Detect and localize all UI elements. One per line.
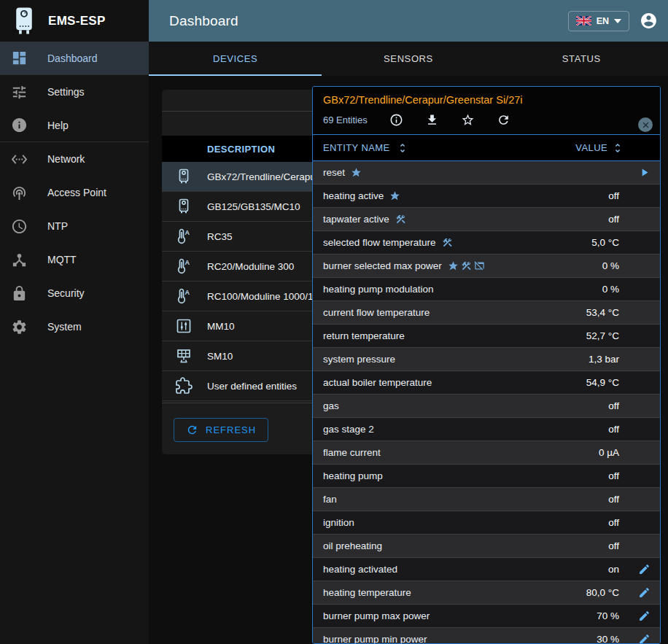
- edit-icon[interactable]: [638, 563, 650, 575]
- entity-row[interactable]: gas stage 2 off: [313, 418, 660, 441]
- thermostat-icon: [175, 257, 193, 275]
- info-icon[interactable]: [389, 113, 403, 127]
- star-outline-icon[interactable]: [461, 113, 475, 127]
- entity-row[interactable]: burner pump max power 70 %: [313, 605, 660, 628]
- entity-value: 1,3 bar: [589, 354, 628, 365]
- sidebar-item-help[interactable]: Help: [0, 109, 149, 142]
- entity-name: oil preheating: [323, 540, 382, 551]
- app-bar-actions: EN: [568, 0, 658, 42]
- download-icon[interactable]: [425, 113, 439, 127]
- sidebar-item-label: MQTT: [47, 254, 77, 265]
- entity-value: off: [608, 400, 628, 411]
- entity-name: return temperature: [323, 330, 405, 341]
- entity-name: current flow temperature: [323, 307, 430, 318]
- entity-row[interactable]: heating activated on: [313, 558, 660, 581]
- edit-icon[interactable]: [638, 633, 650, 644]
- solar-module-icon: [175, 347, 193, 365]
- info-icon: [11, 117, 28, 133]
- entity-row[interactable]: reset: [313, 161, 660, 185]
- entity-row[interactable]: heating active off: [313, 185, 660, 208]
- sidebar-item-settings[interactable]: Settings: [0, 75, 149, 109]
- sidebar-item-system[interactable]: System: [0, 310, 149, 344]
- description-column-header[interactable]: DESCRIPTION: [207, 144, 275, 155]
- refresh-button-label: REFRESH: [206, 424, 256, 435]
- entity-row[interactable]: fan off: [313, 488, 660, 511]
- device-name: RC20/Moduline 300: [207, 261, 294, 272]
- gear-icon: [11, 319, 28, 335]
- sidebar-item-dashboard[interactable]: Dashboard: [0, 42, 149, 75]
- sidebar-item-mqtt[interactable]: MQTT: [0, 243, 149, 276]
- entity-row[interactable]: tapwater active off: [313, 208, 660, 231]
- edit-icon[interactable]: [638, 610, 650, 622]
- sort-icon[interactable]: [612, 142, 624, 154]
- entity-name: heating pump modulation: [323, 284, 434, 295]
- boiler-logo-icon: [10, 7, 38, 36]
- construction-icon: [442, 237, 453, 248]
- entity-value: on: [608, 564, 628, 575]
- entity-name: system pressure: [323, 354, 395, 365]
- chevron-down-icon: [614, 19, 621, 23]
- sidebar-item-security[interactable]: Security: [0, 276, 149, 310]
- entity-row[interactable]: actual boiler temperature 54,9 °C: [313, 371, 660, 395]
- refresh-button[interactable]: REFRESH: [174, 418, 268, 442]
- sidebar-item-label: Network: [47, 153, 85, 165]
- entity-row[interactable]: heating temperature 80,0 °C: [313, 581, 660, 605]
- entity-row[interactable]: heating pump off: [313, 465, 660, 488]
- sidebar-item-label: Security: [47, 287, 85, 299]
- sort-icon[interactable]: [397, 142, 408, 154]
- language-selector[interactable]: EN: [568, 11, 629, 31]
- tab-devices[interactable]: DEVICES: [149, 42, 322, 76]
- entity-name: heating temperature: [323, 587, 411, 598]
- entity-row[interactable]: current flow temperature 53,4 °C: [313, 301, 660, 325]
- refresh-icon[interactable]: [497, 113, 510, 127]
- uk-flag-icon: [576, 16, 591, 26]
- entity-row[interactable]: ignition off: [313, 511, 660, 535]
- edit-icon[interactable]: [638, 586, 650, 599]
- entity-name: fan: [323, 494, 337, 505]
- sidebar-item-network[interactable]: Network: [0, 142, 149, 176]
- favorite-star-icon: [351, 167, 362, 178]
- account-icon[interactable]: [640, 12, 658, 30]
- entity-row[interactable]: oil preheating off: [313, 535, 660, 558]
- tune-icon: [11, 84, 28, 101]
- entity-name: flame current: [323, 447, 381, 458]
- entity-row[interactable]: flame current 0 µA: [313, 441, 660, 465]
- tab-sensors[interactable]: SENSORS: [322, 42, 494, 76]
- entity-value: 53,4 °C: [586, 307, 628, 318]
- play-icon[interactable]: [638, 166, 650, 179]
- wifi-tethering-icon: [11, 185, 28, 201]
- entity-value: 30 %: [597, 634, 628, 644]
- entity-value: 0 %: [602, 284, 628, 295]
- entity-name: heating active: [323, 190, 384, 201]
- value-column-header[interactable]: VALUE: [575, 142, 607, 153]
- sidebar-item-ntp[interactable]: NTP: [0, 209, 149, 243]
- entity-row[interactable]: system pressure 1,3 bar: [313, 348, 660, 371]
- ethernet-icon: [11, 151, 28, 168]
- entity-row[interactable]: burner selected max power 0 %: [313, 255, 660, 278]
- entity-row[interactable]: heating pump modulation 0 %: [313, 278, 660, 301]
- entity-value: 80,0 °C: [586, 587, 628, 598]
- entity-name: heating activated: [323, 564, 397, 575]
- sidebar-item-label: NTP: [47, 220, 68, 232]
- entity-value: off: [608, 190, 628, 201]
- entity-value: off: [608, 494, 628, 505]
- tab-status[interactable]: STATUS: [495, 42, 668, 76]
- entity-name-column-header[interactable]: ENTITY NAME: [323, 142, 390, 153]
- device-hub-icon: [11, 252, 28, 268]
- entity-row[interactable]: gas off: [313, 395, 660, 418]
- sidebar-item-access-point[interactable]: Access Point: [0, 176, 149, 209]
- page-title: Dashboard: [169, 13, 238, 29]
- entity-value: 70 %: [597, 610, 628, 621]
- entity-value: 0 µA: [599, 447, 628, 458]
- entity-row[interactable]: return temperature 52,7 °C: [313, 325, 660, 348]
- entity-name: gas: [323, 400, 339, 411]
- entity-row[interactable]: burner pump min power 30 %: [313, 628, 660, 644]
- device-name: SM10: [207, 351, 233, 362]
- device-name: RC100/Moduline 1000/1010: [207, 291, 330, 302]
- device-name: MM10: [207, 321, 235, 332]
- brand-header: EMS-ESP: [0, 0, 149, 42]
- entity-row[interactable]: selected flow temperature 5,0 °C: [313, 231, 660, 255]
- construction-icon: [461, 260, 472, 271]
- entity-value: 0 %: [602, 260, 628, 271]
- close-button[interactable]: [638, 117, 653, 132]
